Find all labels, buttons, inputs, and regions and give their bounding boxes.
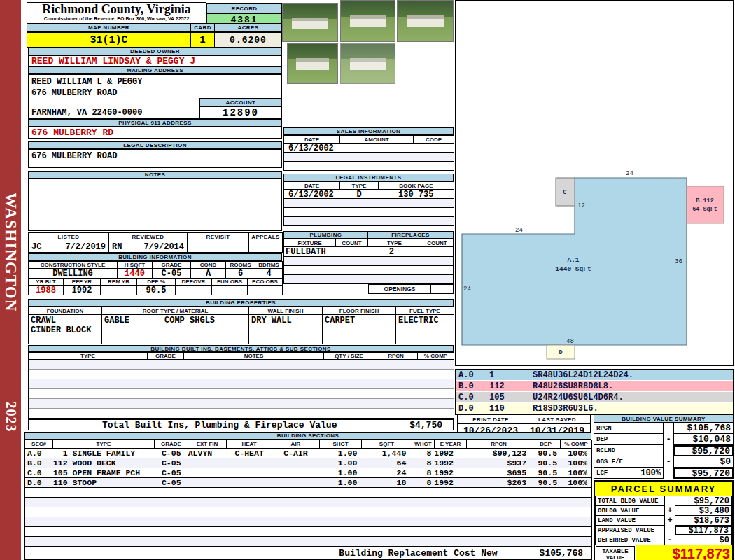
property-photo-4[interactable]: [287, 43, 338, 84]
dep-override: [176, 286, 212, 295]
col-header: FIXTURE: [284, 239, 336, 247]
col-header: SEC#: [25, 440, 53, 449]
col-header: E YEAR: [435, 440, 467, 449]
col-header: FOUNDATION: [29, 307, 102, 315]
col-header: DEP: [531, 440, 561, 449]
col-header: GRADE: [153, 262, 191, 269]
building-information-label: BUILDING INFORMATION: [28, 253, 282, 261]
dim-label-mid: 24: [515, 227, 523, 234]
empty-row: [284, 162, 454, 171]
code-section-num: 1: [489, 370, 533, 380]
building-value-summary-label: BUILDING VALUE SUMMARY: [594, 414, 734, 423]
col-header: RPCN: [374, 353, 418, 360]
col-header: HEAT: [227, 440, 272, 449]
physical-address-value: 676 MULBERRY RD: [28, 127, 282, 139]
col-header: FUN OBS: [212, 279, 248, 286]
bvs-row-label: DEP: [596, 436, 608, 443]
dim-label-left: 24: [463, 286, 471, 293]
bvs-row-op: -: [664, 456, 673, 468]
property-photo-1[interactable]: [282, 4, 338, 42]
empty-row: [284, 199, 454, 208]
bvs-row-value: $95,720: [673, 445, 734, 456]
empty-row: [284, 275, 454, 284]
legal-description-value: 676 MULBERRY ROAD: [28, 149, 282, 168]
house-thumbnail: [292, 18, 328, 29]
appeals-label: APPEALS: [249, 233, 283, 241]
empty-row: [284, 217, 454, 226]
print-date-label: PRINT DATE: [458, 415, 524, 424]
code-section-num: 112: [489, 382, 533, 391]
grade: C-05: [153, 269, 191, 279]
reviewed-by: RN: [112, 242, 122, 252]
col-header: YR BLT: [29, 279, 64, 286]
sketch-panel: 24 12 24 36 24 48 A.1 1440 SqFt B.112 64…: [455, 0, 734, 366]
col-header: TYPE: [340, 182, 379, 190]
page-title: Richmond County, Virginia: [27, 3, 206, 16]
deck-section-sqft: 64 SqFt: [692, 206, 718, 213]
col-header: DATE: [284, 136, 340, 144]
deck-section-label: B.112: [696, 197, 714, 204]
empty-row: [25, 517, 592, 527]
openings-label: OPENINGS: [368, 284, 431, 294]
account-label: ACCOUNT: [200, 98, 282, 106]
legal-instruments-table: DATE TYPE BOOK PAGE 6/13/2002 D 130 735: [284, 181, 454, 226]
wall-finish-value: DRY WALL: [249, 315, 323, 344]
parcel-row-label: OBLDG VALUE: [598, 507, 639, 514]
built-ins-total-value: $4,750: [410, 420, 442, 430]
functional-obs: [212, 286, 248, 295]
legal-description-label: LEGAL DESCRIPTION: [28, 141, 282, 149]
empty-row: [284, 257, 454, 266]
construction-style: DWELLING: [29, 269, 118, 279]
empty-row: [284, 153, 454, 162]
property-record-card: WASHINGTON 2023 Richmond County, Virgini…: [0, 0, 735, 560]
built-ins-table: TYPE GRADE NOTES QTY / SIZE RPCN % COMP: [28, 352, 454, 419]
col-header: RPCN: [467, 440, 531, 449]
deeded-owner-label: DEEDED OWNER: [28, 48, 282, 55]
year-built: 1988: [29, 286, 64, 295]
parcel-summary-label: PARCEL SUMMARY: [595, 482, 732, 496]
parcel-row-label: TOTAL BLDG VALUE: [598, 498, 658, 505]
foundation-value: CRAWL: [31, 316, 56, 326]
taxable-value-label: TAXABLE VALUE: [596, 546, 635, 560]
col-header: CODE: [414, 136, 454, 144]
parcel-row-op: -: [665, 536, 675, 545]
code-section-num: 105: [489, 393, 533, 402]
plumbing-fixture: FULLBATH: [284, 247, 368, 256]
house-thumbnail: [407, 15, 443, 27]
col-header: % COMP: [561, 440, 592, 449]
code-section-id: A.0: [456, 370, 489, 380]
col-header: QTY / SIZE: [324, 353, 374, 360]
map-number-label: MAP NUMBER: [27, 23, 191, 32]
spacer: [284, 284, 368, 294]
map-sketch: 24 12 24 36 24 48 A.1 1440 SqFt B.112 64…: [456, 164, 733, 365]
last-saved-label: LAST SAVED: [524, 415, 591, 424]
property-photo-2[interactable]: [340, 0, 396, 42]
empty-row: [284, 266, 454, 275]
bvs-row-label: RPCN: [596, 425, 612, 432]
parcel-row-op: +: [665, 516, 675, 526]
parcel-row-label: DEFERRED VALUE: [598, 537, 651, 544]
appeals-value: [249, 241, 283, 253]
listed-label: LISTED: [29, 233, 109, 241]
floor-finish-value: CARPET: [323, 315, 396, 344]
bvs-row-op: [664, 468, 673, 479]
map-number-value: 31(1)C: [27, 32, 191, 48]
code-section-vector: R18SD3R6U3L6.: [533, 404, 598, 414]
col-header: CONSTRUCTION STYLE: [29, 262, 118, 269]
mailing-line: REED WILLIAM L & PEGGY: [31, 76, 279, 88]
notes-label: NOTES: [28, 171, 282, 178]
col-header: REM YR: [101, 279, 137, 286]
property-photo-3[interactable]: [397, 0, 454, 42]
house-thumbnail: [296, 58, 329, 70]
bvs-row-label: OBS F/E: [596, 458, 623, 465]
title-box: Richmond County, Virginia Commissioner o…: [27, 2, 206, 24]
dim-label-top: 24: [626, 170, 634, 177]
heated-sqft: 1440: [118, 269, 153, 279]
col-header: GRADE: [148, 353, 184, 360]
property-photo-5[interactable]: [340, 43, 396, 84]
bvs-row-op: -: [664, 434, 673, 445]
empty-row: [29, 360, 454, 370]
parcel-row-op: [665, 496, 675, 506]
col-header: EXT FIN: [188, 440, 227, 449]
acres-label: ACRES: [214, 23, 282, 32]
